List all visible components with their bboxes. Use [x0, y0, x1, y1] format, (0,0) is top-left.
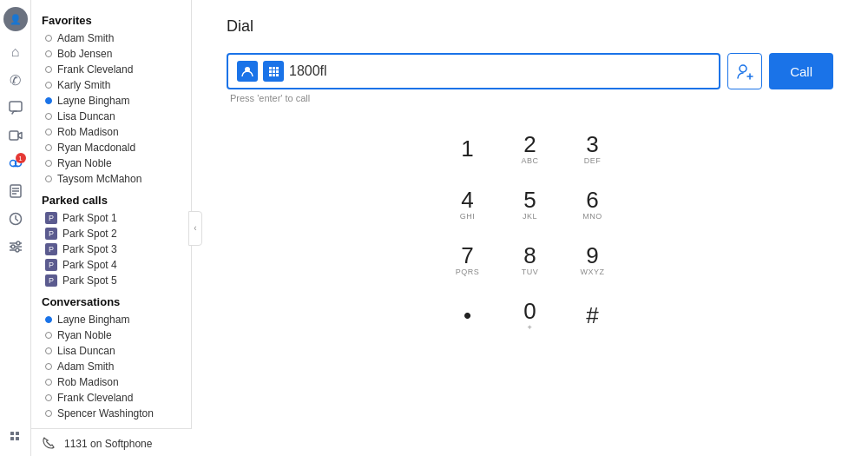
- status-dot: [45, 410, 52, 417]
- sidebar-item-label: Ryan Noble: [57, 157, 112, 169]
- svg-rect-29: [276, 74, 279, 76]
- numpad-key-6[interactable]: 6MNO: [565, 180, 621, 228]
- numpad-key-2[interactable]: 2ABC: [503, 124, 558, 173]
- nav-icon-voicemail[interactable]: 1: [3, 151, 28, 175]
- key-letters: TUV: [522, 268, 539, 276]
- status-dot: [45, 97, 52, 104]
- key-number: 0: [523, 300, 536, 322]
- nav-icon-apps[interactable]: [3, 425, 28, 449]
- nav-icon-history[interactable]: [3, 207, 28, 231]
- sidebar-item-label: Lisa Duncan: [57, 345, 115, 357]
- sidebar-park-item[interactable]: PPark Spot 5: [31, 273, 191, 288]
- sidebar-favorite-item[interactable]: Ryan Noble: [31, 155, 191, 171]
- numpad-key-0[interactable]: 0+: [503, 291, 558, 340]
- numpad-key-4[interactable]: 4GHI: [440, 180, 496, 228]
- park-badge: P: [45, 243, 57, 255]
- nav-icon-contacts[interactable]: [3, 179, 28, 203]
- sidebar-favorite-item[interactable]: Frank Cleveland: [31, 62, 191, 77]
- svg-rect-18: [10, 437, 14, 440]
- sidebar-conversation-item[interactable]: Spencer Washington: [31, 406, 191, 421]
- park-badge: P: [45, 259, 57, 271]
- svg-rect-27: [269, 74, 272, 76]
- numpad-key-5[interactable]: 5JKL: [503, 180, 558, 228]
- nav-icon-video[interactable]: [3, 123, 28, 148]
- key-number: 8: [523, 244, 536, 267]
- sidebar-conversation-item[interactable]: Rob Madison: [31, 374, 191, 390]
- sidebar-park-item[interactable]: PPark Spot 3: [31, 241, 191, 257]
- status-dot: [45, 394, 52, 401]
- svg-point-30: [740, 65, 746, 72]
- sidebar-item-label: Karly Smith: [57, 79, 110, 91]
- numpad-key-1[interactable]: 1: [440, 124, 496, 173]
- sidebar-item-label: Park Spot 1: [62, 212, 117, 224]
- grid-icon[interactable]: [263, 61, 284, 82]
- add-contact-button[interactable]: [727, 53, 762, 89]
- svg-rect-1: [10, 131, 18, 140]
- sidebar-favorite-item[interactable]: Layne Bingham: [31, 93, 191, 109]
- sidebar-conversation-item[interactable]: Frank Cleveland: [31, 390, 191, 406]
- numpad-key-hash[interactable]: #: [565, 291, 621, 340]
- numpad-key-8[interactable]: 8TUV: [503, 235, 558, 284]
- key-letters: PQRS: [456, 268, 480, 276]
- sidebar-favorite-item[interactable]: Rob Madison: [31, 124, 191, 140]
- sidebar-item-label: Ryan Macdonald: [57, 142, 135, 154]
- sidebar-item-label: Spencer Washington: [57, 407, 154, 420]
- sidebar-item-label: Lisa Duncan: [57, 110, 115, 122]
- numpad-key-3[interactable]: 3DEF: [565, 124, 621, 173]
- sidebar-conversation-item[interactable]: Layne Bingham: [31, 312, 191, 327]
- status-dot: [45, 347, 52, 354]
- call-button[interactable]: Call: [769, 53, 833, 89]
- avatar[interactable]: 👤: [3, 7, 28, 31]
- dial-input[interactable]: [289, 63, 710, 79]
- key-number: #: [586, 304, 598, 327]
- sidebar-favorite-item[interactable]: Ryan Macdonald: [31, 140, 191, 155]
- sidebar-favorite-item[interactable]: Taysom McMahon: [31, 171, 191, 187]
- sidebar-item-label: Frank Cleveland: [57, 392, 133, 404]
- sidebar-park-item[interactable]: PPark Spot 1: [31, 210, 191, 226]
- sidebar-conversation-item[interactable]: Adam Smith: [31, 359, 191, 374]
- favorites-title: Favorites: [31, 7, 191, 30]
- svg-rect-17: [16, 432, 19, 435]
- sidebar-conversation-item[interactable]: Lisa Duncan: [31, 343, 191, 359]
- status-dot: [45, 144, 52, 151]
- status-dot: [45, 129, 52, 135]
- key-number: 4: [461, 188, 473, 211]
- sidebar-item-label: Layne Bingham: [57, 95, 129, 107]
- sidebar-collapse-button[interactable]: ‹: [188, 211, 202, 246]
- svg-point-14: [11, 245, 15, 248]
- svg-rect-25: [273, 70, 275, 73]
- sidebar-item-label: Adam Smith: [57, 32, 114, 44]
- person-icon[interactable]: [237, 61, 258, 82]
- nav-icon-home[interactable]: ⌂: [3, 40, 28, 64]
- key-letters: DEF: [584, 156, 602, 165]
- svg-point-15: [16, 248, 19, 252]
- numpad-key-9[interactable]: 9WXYZ: [565, 235, 621, 284]
- nav-icon-phone[interactable]: ✆: [3, 68, 28, 92]
- key-number: 5: [523, 188, 536, 211]
- nav-icon-chat[interactable]: [3, 96, 28, 120]
- status-dot: [45, 160, 52, 167]
- status-dot: [45, 363, 52, 370]
- main-content: Dial Call Press 'enter' to call 12ABC3DE…: [192, 0, 868, 456]
- sidebar-item-label: Ryan Noble: [57, 329, 112, 341]
- sidebar-favorite-item[interactable]: Lisa Duncan: [31, 109, 191, 124]
- sidebar-favorite-item[interactable]: Bob Jensen: [31, 46, 191, 62]
- status-dot: [45, 113, 52, 120]
- status-dot: [45, 35, 52, 42]
- sidebar-conversation-item[interactable]: Ryan Noble: [31, 327, 191, 343]
- svg-rect-21: [269, 67, 272, 69]
- status-dot: [45, 50, 52, 57]
- status-dot: [45, 175, 52, 182]
- sidebar-favorite-item[interactable]: Karly Smith: [31, 77, 191, 93]
- input-row: Call: [227, 53, 833, 89]
- numpad-key-7[interactable]: 7PQRS: [440, 235, 496, 284]
- svg-rect-24: [269, 70, 272, 73]
- numpad-key-dot[interactable]: •: [440, 291, 496, 340]
- sidebar: Favorites Adam SmithBob JensenFrank Clev…: [31, 0, 192, 428]
- status-dot: [45, 316, 52, 323]
- sidebar-park-item[interactable]: PPark Spot 2: [31, 226, 191, 241]
- nav-icon-equalizer[interactable]: [3, 235, 28, 259]
- sidebar-item-label: Park Spot 3: [62, 243, 117, 255]
- sidebar-park-item[interactable]: PPark Spot 4: [31, 257, 191, 273]
- sidebar-favorite-item[interactable]: Adam Smith: [31, 30, 191, 46]
